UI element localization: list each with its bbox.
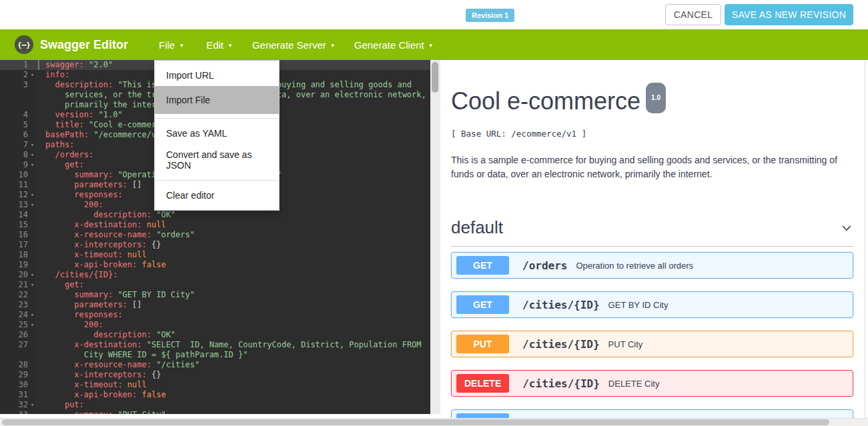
fold-arrow-icon[interactable]: ▾: [28, 280, 37, 290]
fold-arrow-icon[interactable]: [28, 80, 37, 90]
fold-arrow-icon[interactable]: [28, 170, 37, 180]
fold-arrow-icon[interactable]: [28, 350, 37, 360]
editor-gutter-cell[interactable]: 7▾: [0, 140, 37, 150]
editor-gutter-cell[interactable]: [0, 350, 37, 360]
editor-scrollbar-thumb[interactable]: [432, 62, 438, 93]
menu-file[interactable]: File ▼: [159, 39, 184, 51]
file-menu-item-import-url[interactable]: Import URL: [155, 65, 279, 86]
fold-arrow-icon[interactable]: [28, 250, 37, 260]
editor-code-line[interactable]: 23 parameters: []: [0, 300, 430, 310]
editor-code-line[interactable]: 15 x-destination: null: [0, 220, 430, 230]
fold-arrow-icon[interactable]: ▾: [28, 160, 37, 170]
fold-arrow-icon[interactable]: [28, 110, 37, 120]
editor-gutter-cell[interactable]: 26: [0, 330, 37, 340]
fold-arrow-icon[interactable]: [28, 220, 37, 230]
editor-gutter-cell[interactable]: 16: [0, 230, 37, 240]
editor-gutter-cell[interactable]: 1: [0, 60, 37, 70]
editor-gutter-cell[interactable]: 12▾: [0, 190, 37, 200]
fold-arrow-icon[interactable]: [28, 360, 37, 370]
fold-arrow-icon[interactable]: [28, 240, 37, 250]
fold-arrow-icon[interactable]: [28, 130, 37, 140]
fold-arrow-icon[interactable]: [28, 260, 37, 270]
editor-code-line[interactable]: 14 description: "OK": [0, 210, 430, 220]
editor-gutter-cell[interactable]: 21▾: [0, 280, 37, 290]
editor-code-line[interactable]: City WHERE ID = ${ pathParam.ID }": [0, 350, 430, 360]
editor-code-line[interactable]: 19 x-api-broken: false: [0, 260, 430, 270]
editor-gutter-cell[interactable]: 27: [0, 340, 37, 350]
chevron-down-icon[interactable]: [840, 221, 853, 235]
editor-gutter-cell[interactable]: 33: [0, 410, 37, 414]
editor-code-line[interactable]: 33 summary: "PUT City": [0, 410, 430, 414]
fold-arrow-icon[interactable]: [28, 180, 37, 190]
cancel-button[interactable]: CANCEL: [665, 4, 721, 25]
editor-code-line[interactable]: 25▾ 200:: [0, 320, 430, 330]
editor-gutter-cell[interactable]: [0, 90, 37, 100]
editor-gutter-cell[interactable]: 18: [0, 250, 37, 260]
menu-generate-server[interactable]: Generate Server ▼: [252, 39, 336, 51]
fold-arrow-icon[interactable]: [28, 330, 37, 340]
fold-arrow-icon[interactable]: ▾: [28, 200, 37, 210]
editor-gutter-cell[interactable]: [0, 100, 37, 110]
editor-code-line[interactable]: 29 x-interceptors: {}: [0, 370, 430, 380]
editor-gutter-cell[interactable]: 14: [0, 210, 37, 220]
fold-arrow-icon[interactable]: [28, 230, 37, 240]
editor-code-line[interactable]: 22 summary: "GET BY ID City": [0, 290, 430, 300]
fold-arrow-icon[interactable]: [28, 290, 37, 300]
editor-code-line[interactable]: 17 x-interceptors: {}: [0, 240, 430, 250]
editor-code-line[interactable]: 32▾ put:: [0, 400, 430, 410]
fold-arrow-icon[interactable]: ▾: [28, 150, 37, 160]
editor-code-line[interactable]: 16 x-resource-name: "orders": [0, 230, 430, 240]
operation-row-get[interactable]: GET /cities GET City: [451, 409, 853, 418]
editor-gutter-cell[interactable]: 15: [0, 220, 37, 230]
editor-code-line[interactable]: 30 x-timeout: null: [0, 380, 430, 390]
editor-code-line[interactable]: 24▾ responses:: [0, 310, 430, 320]
editor-gutter-cell[interactable]: 22: [0, 290, 37, 300]
editor-gutter-cell[interactable]: 30: [0, 380, 37, 390]
fold-arrow-icon[interactable]: ▾: [28, 400, 37, 410]
fold-arrow-icon[interactable]: [28, 370, 37, 380]
fold-arrow-icon[interactable]: [28, 210, 37, 220]
editor-gutter-cell[interactable]: 11: [0, 180, 37, 190]
fold-arrow-icon[interactable]: ▾: [28, 190, 37, 200]
editor-gutter-cell[interactable]: 19: [0, 260, 37, 270]
file-menu-item-import-file[interactable]: Import File: [155, 86, 279, 114]
file-menu-item-clear-editor[interactable]: Clear editor: [155, 185, 279, 206]
editor-gutter-cell[interactable]: 28: [0, 360, 37, 370]
editor-gutter-cell[interactable]: 25▾: [0, 320, 37, 330]
editor-gutter-cell[interactable]: 31: [0, 390, 37, 400]
editor-gutter-cell[interactable]: 2▾: [0, 70, 37, 80]
editor-gutter-cell[interactable]: 5: [0, 120, 37, 130]
fold-arrow-icon[interactable]: ▾: [28, 270, 37, 280]
fold-arrow-icon[interactable]: [28, 410, 37, 414]
editor-gutter-cell[interactable]: 20▾: [0, 270, 37, 280]
operation-row-get[interactable]: GET /orders Operation to retrieve all or…: [451, 252, 853, 279]
operation-row-delete[interactable]: DELETE /cities/{ID} DELETE City: [451, 370, 853, 397]
editor-gutter-cell[interactable]: 10: [0, 170, 37, 180]
menu-edit[interactable]: Edit ▼: [206, 39, 233, 51]
horizontal-scrollbar-thumb[interactable]: [2, 419, 829, 425]
fold-arrow-icon[interactable]: [28, 90, 37, 100]
horizontal-scrollbar[interactable]: [0, 418, 868, 426]
editor-code-line[interactable]: 18 x-timeout: null: [0, 250, 430, 260]
editor-code-line[interactable]: 20▾ /cities/{ID}:: [0, 270, 430, 280]
editor-vertical-scrollbar[interactable]: [430, 60, 440, 414]
fold-arrow-icon[interactable]: [28, 120, 37, 130]
editor-gutter-cell[interactable]: 24▾: [0, 310, 37, 320]
editor-code-line[interactable]: 31 x-api-broken: false: [0, 390, 430, 400]
save-as-new-revision-button[interactable]: SAVE AS NEW REVISION: [725, 4, 853, 25]
fold-arrow-icon[interactable]: [28, 100, 37, 110]
operation-row-put[interactable]: PUT /cities/{ID} PUT City: [451, 331, 853, 357]
fold-arrow-icon[interactable]: ▾: [28, 320, 37, 330]
menu-generate-client[interactable]: Generate Client ▼: [354, 39, 434, 51]
fold-arrow-icon[interactable]: [28, 380, 37, 390]
editor-gutter-cell[interactable]: 6: [0, 130, 37, 140]
section-header-default[interactable]: default: [451, 217, 853, 238]
fold-arrow-icon[interactable]: [28, 300, 37, 310]
editor-gutter-cell[interactable]: 23: [0, 300, 37, 310]
editor-code-line[interactable]: 26 description: "OK": [0, 330, 430, 340]
fold-arrow-icon[interactable]: [28, 390, 37, 400]
editor-gutter-cell[interactable]: 17: [0, 240, 37, 250]
fold-arrow-icon[interactable]: ▾: [28, 310, 37, 320]
file-menu-item-convert-and-save-as-json[interactable]: Convert and save as JSON: [155, 144, 279, 176]
file-menu-item-save-as-yaml[interactable]: Save as YAML: [155, 123, 279, 144]
